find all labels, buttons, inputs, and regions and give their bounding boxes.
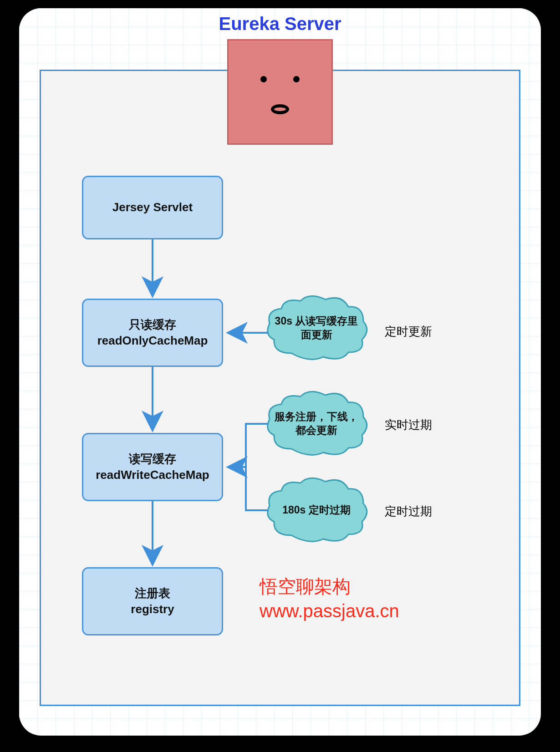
watermark: 悟空聊架构 www.passjava.cn [260, 574, 399, 623]
cloud-30s-update: 30s 从读写缓存里面更新 [264, 294, 369, 362]
watermark-line2: www.passjava.cn [260, 599, 399, 623]
cloud-text: 服务注册，下线，都会更新 [264, 390, 369, 458]
side-label-timed-update: 定时更新 [385, 324, 432, 340]
node-jersey-servlet: Jersey Servlet [82, 176, 223, 239]
node-label-line2: readOnlyCacheMap [97, 333, 208, 349]
face-eye-left-icon [260, 76, 267, 82]
cloud-register-update: 服务注册，下线，都会更新 [264, 390, 369, 458]
cloud-text: 180s 定时过期 [264, 476, 369, 544]
arrow-cloud2-to-readwrite [228, 424, 269, 467]
cloud-text: 30s 从读写缓存里面更新 [264, 294, 369, 362]
watermark-line1: 悟空聊架构 [260, 574, 399, 599]
face-character-icon [227, 39, 333, 145]
face-mouth-icon [271, 104, 289, 114]
node-label-line1: 只读缓存 [129, 317, 176, 333]
node-label-line2: readWriteCacheMap [96, 467, 209, 483]
diagram-card: Eureka Server Jersey Servlet 只读缓存 readOn… [19, 8, 541, 736]
cloud-180s-expire: 180s 定时过期 [264, 476, 369, 544]
face-eye-right-icon [293, 76, 300, 82]
side-label-timed-expire: 定时过期 [385, 503, 432, 519]
node-readwrite-cache: 读写缓存 readWriteCacheMap [82, 433, 223, 501]
side-label-realtime-expire: 实时过期 [385, 417, 432, 433]
server-pane: Jersey Servlet 只读缓存 readOnlyCacheMap 读写缓… [40, 70, 520, 706]
node-label-line1: 读写缓存 [129, 451, 176, 467]
node-label-line2: registry [131, 601, 174, 617]
node-registry: 注册表 registry [82, 567, 223, 635]
diagram-title: Eureka Server [19, 14, 541, 34]
node-readonly-cache: 只读缓存 readOnlyCacheMap [82, 299, 223, 367]
node-label: Jersey Servlet [112, 199, 193, 215]
node-label-line1: 注册表 [135, 585, 170, 601]
